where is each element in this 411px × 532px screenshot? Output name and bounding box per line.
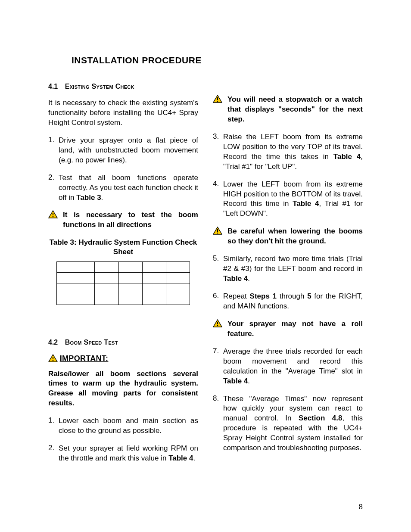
step-text: Average the three trials recorded for ea…	[223, 347, 363, 386]
step-text: Lower each boom and main section as clos…	[59, 416, 198, 436]
table-row	[57, 272, 190, 283]
list-marker: 1.	[48, 136, 59, 165]
warning-note: Be careful when lowering the booms so th…	[213, 227, 363, 246]
section-ref: Section 4.8	[299, 414, 342, 422]
step-text: Set your sprayer at field working RPM on…	[59, 444, 198, 464]
warning-icon	[48, 210, 63, 230]
warning-note: It is necessary to test the boom functio…	[48, 210, 198, 230]
important-label: IMPORTANT:	[60, 354, 109, 363]
text: .	[248, 274, 250, 283]
page-title: INSTALLATION PROCEDURE	[72, 55, 363, 65]
text: Repeat	[223, 292, 250, 300]
warning-text: You will need a stopwatch or a watch tha…	[227, 95, 363, 124]
list-marker: 2.	[48, 173, 59, 203]
list-marker: 1.	[48, 416, 59, 436]
text: Similarly, record two more time trials (…	[223, 255, 363, 273]
step-b5: 5. Similarly, record two more time trial…	[213, 254, 363, 284]
list-marker: 7.	[213, 347, 223, 386]
warning-text: Your sprayer may not have a roll feature…	[227, 319, 363, 339]
warning-icon	[48, 355, 60, 363]
step-text: Test that all boom functions operate cor…	[59, 173, 198, 203]
svg-point-11	[217, 233, 218, 234]
warning-icon	[213, 95, 227, 124]
table-row	[57, 283, 190, 294]
step-text: Repeat Steps 1 through 5 for the RIGHT, …	[223, 292, 363, 311]
step-b4: 4. Lower the LEFT boom from its extreme …	[213, 180, 363, 219]
intro-paragraph: It is necessary to check the existing sy…	[48, 98, 198, 128]
svg-point-14	[217, 325, 218, 327]
section-4-1-heading: 4.1 Existing System Check	[48, 83, 198, 90]
table-ref: Table 4	[223, 274, 248, 283]
table-ref: Table 4	[223, 377, 248, 385]
list-marker: 4.	[213, 180, 223, 219]
section-number: 4.2	[48, 339, 58, 346]
important-heading: IMPORTANT:	[48, 354, 198, 363]
step-b6: 6. Repeat Steps 1 through 5 for the RIGH…	[213, 292, 363, 311]
table-ref: Table 3	[76, 193, 101, 202]
text: .	[193, 454, 195, 462]
step-text: Similarly, record two more time trials (…	[223, 254, 363, 284]
important-text: Raise/lower all boom sections several ti…	[48, 369, 198, 409]
section-title: Boom Speed Test	[65, 339, 118, 346]
table-row	[57, 294, 190, 305]
list-marker: 8.	[213, 394, 223, 454]
text: .	[101, 193, 103, 202]
step-text: Lower the LEFT boom from its extreme HIG…	[223, 180, 363, 219]
warning-note: You will need a stopwatch or a watch tha…	[213, 95, 363, 124]
warning-icon	[213, 227, 227, 246]
step-b1: 1. Lower each boom and main section as c…	[48, 416, 198, 436]
warning-note: Your sprayer may not have a roll feature…	[213, 319, 363, 339]
table-ref: Table 4	[168, 454, 193, 462]
table-ref: Table 4	[333, 152, 361, 161]
ref: 5	[307, 292, 311, 300]
table-3-caption: Table 3: Hydraulic System Function Check…	[48, 238, 198, 257]
step-2: 2. Test that all boom functions operate …	[48, 173, 198, 203]
table-3	[56, 261, 190, 305]
svg-point-5	[53, 360, 54, 361]
section-title: Existing System Check	[65, 83, 134, 90]
text: Average the three trials recorded for ea…	[223, 347, 363, 375]
page-number: 8	[359, 503, 363, 511]
list-marker: 5.	[213, 254, 223, 284]
step-text: These "Average Times" now represent how …	[223, 394, 363, 454]
step-b8: 8. These "Average Times" now represent h…	[213, 394, 363, 454]
list-marker: 6.	[213, 292, 223, 311]
section-4-2-heading: 4.2 Boom Speed Test	[48, 339, 198, 346]
section-number: 4.1	[48, 83, 58, 90]
text: .	[248, 377, 250, 385]
warning-text: Be careful when lowering the booms so th…	[227, 227, 363, 246]
ref: Steps 1	[250, 292, 277, 300]
list-marker: 3.	[213, 132, 223, 172]
step-text: Raise the LEFT boom from its extreme LOW…	[223, 132, 363, 172]
step-b3: 3. Raise the LEFT boom from its extreme …	[213, 132, 363, 172]
warning-text: It is necessary to test the boom functio…	[63, 210, 198, 230]
step-1: 1. Drive your sprayer onto a flat piece …	[48, 136, 198, 165]
svg-point-8	[217, 101, 218, 102]
step-b7: 7. Average the three trials recorded for…	[213, 347, 363, 386]
warning-icon	[213, 319, 227, 339]
text: through	[277, 292, 307, 300]
list-marker: 2.	[48, 444, 59, 464]
step-text: Drive your sprayer onto a flat piece of …	[59, 136, 198, 165]
svg-point-2	[53, 216, 54, 218]
step-b2: 2. Set your sprayer at field working RPM…	[48, 444, 198, 464]
table-row	[57, 261, 190, 272]
table-ref: Table 4	[293, 199, 319, 208]
